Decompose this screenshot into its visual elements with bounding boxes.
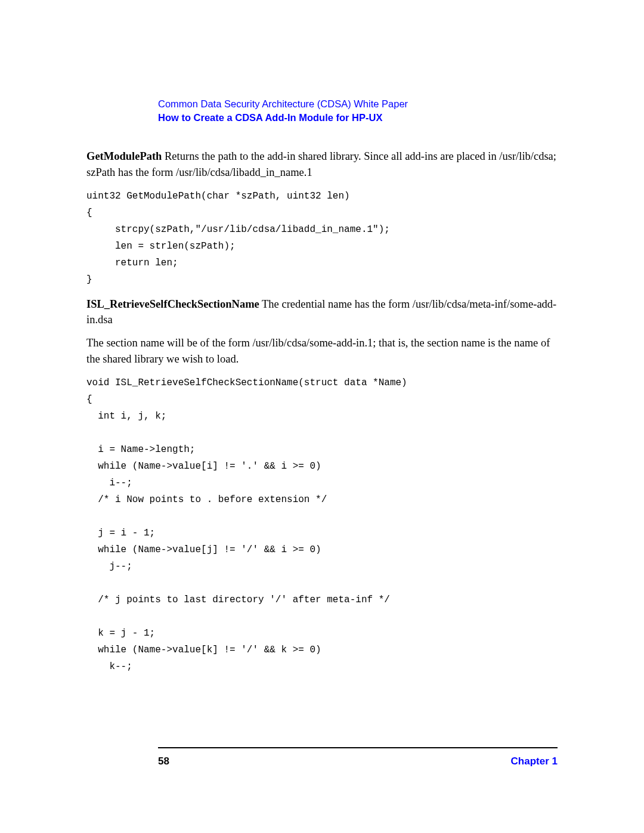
function-name-bold: GetModulePath	[86, 150, 162, 162]
code-block-isl: void ISL_RetrieveSelfCheckSectionName(st…	[86, 374, 558, 675]
chapter-label: Chapter 1	[511, 755, 558, 767]
page-container: Common Data Security Architecture (CDSA)…	[0, 0, 644, 833]
code-block-getmodulepath: uint32 GetModulePath(char *szPath, uint3…	[86, 188, 558, 288]
function-name-bold: ISL_RetrieveSelfCheckSectionName	[86, 298, 259, 310]
paragraph-getmodulepath: GetModulePath Returns the path to the ad…	[86, 148, 558, 181]
footer-row: 58 Chapter 1	[158, 755, 558, 767]
header-title: Common Data Security Architecture (CDSA)…	[158, 98, 486, 110]
header-subtitle: How to Create a CDSA Add-In Module for H…	[158, 112, 486, 123]
paragraph-section-name: The section name will be of the form /us…	[86, 335, 558, 367]
body-content: GetModulePath Returns the path to the ad…	[86, 148, 558, 675]
page-footer: 58 Chapter 1	[158, 747, 558, 767]
running-header: Common Data Security Architecture (CDSA)…	[158, 98, 486, 123]
page-number: 58	[158, 755, 169, 767]
footer-rule	[158, 747, 558, 748]
paragraph-isl: ISL_RetrieveSelfCheckSectionName The cre…	[86, 296, 558, 329]
